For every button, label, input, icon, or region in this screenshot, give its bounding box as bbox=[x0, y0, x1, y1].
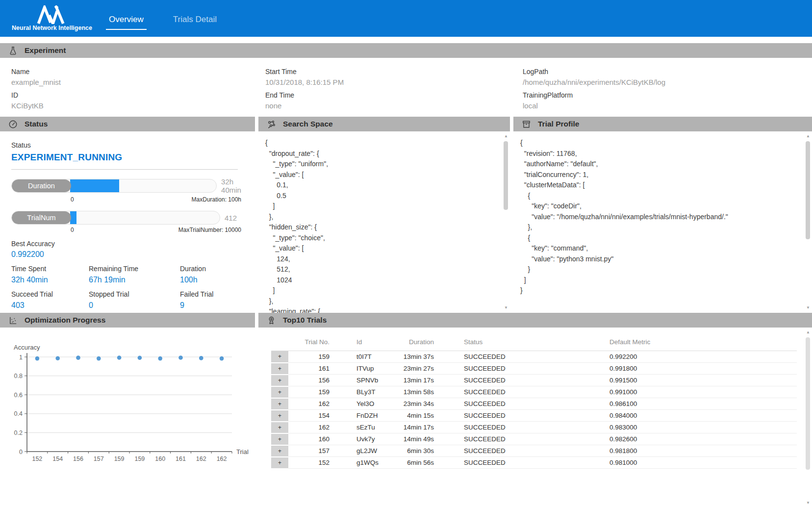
stat-label: Remaining Time bbox=[89, 265, 180, 273]
table-row: +157gL2JW6min 30sSUCCEEDED0.981800 bbox=[271, 445, 797, 457]
progressbar-value: 412 bbox=[225, 214, 237, 222]
duration-progressbar: Duration32h 40min bbox=[11, 177, 255, 194]
scatter-point[interactable] bbox=[220, 356, 224, 361]
status-panel: Status Status EXPERIMENT_RUNNING Duratio… bbox=[0, 117, 255, 313]
scroll-thumb[interactable] bbox=[504, 141, 508, 210]
cell-trial-no: 156 bbox=[288, 375, 337, 386]
scroll-up-arrow[interactable]: ▲ bbox=[805, 133, 812, 139]
cell-id: Yel3O bbox=[337, 398, 394, 410]
field-label: Name bbox=[11, 68, 265, 76]
table-row: +160Uvk7y14min 49sSUCCEEDED0.982600 bbox=[271, 433, 797, 445]
stat-time-spent: Time Spent32h 40min bbox=[11, 265, 89, 284]
progressbar-fill bbox=[70, 179, 119, 192]
cell-duration: 23min 27s bbox=[394, 363, 457, 375]
scatter-point[interactable] bbox=[138, 355, 142, 360]
scatter-point[interactable] bbox=[178, 355, 183, 360]
cell-trial-no: 161 bbox=[288, 363, 337, 375]
logo-title: Neural Network Intelligence bbox=[12, 25, 92, 31]
stat-label: Stopped Trial bbox=[89, 290, 180, 298]
expand-row-button[interactable]: + bbox=[271, 445, 288, 457]
field-label: Start Time bbox=[265, 68, 523, 76]
cell-trial-no: 154 bbox=[288, 410, 337, 422]
gauge-icon bbox=[8, 119, 18, 129]
cell-status: SUCCEEDED bbox=[457, 410, 560, 422]
x-tick-label: 160 bbox=[155, 455, 165, 462]
x-tick-label: 156 bbox=[73, 455, 83, 462]
expand-row-button[interactable]: + bbox=[271, 363, 288, 375]
scatter-point[interactable] bbox=[199, 356, 203, 360]
trial-profile-scrollbar: ▲ ▼ bbox=[805, 133, 812, 311]
scatter-point[interactable] bbox=[35, 356, 40, 361]
tab-trials-detail[interactable]: Trials Detail bbox=[170, 7, 220, 30]
range-min-label: 0 bbox=[71, 227, 74, 233]
scatter-chart-icon bbox=[8, 315, 18, 325]
stat-label: Time Spent bbox=[11, 265, 89, 273]
x-axis-title: Trial bbox=[236, 448, 249, 455]
cell-trial-no: 152 bbox=[288, 457, 337, 469]
column-header: Id bbox=[337, 336, 394, 351]
expand-row-button[interactable]: + bbox=[271, 422, 288, 433]
status-label: Status bbox=[11, 131, 255, 149]
scroll-thumb[interactable] bbox=[806, 337, 810, 470]
search-space-panel: Search Space { "dropout_rate": { "_type"… bbox=[258, 117, 510, 313]
scatter-point[interactable] bbox=[158, 356, 162, 361]
cell-status: SUCCEEDED bbox=[457, 386, 560, 398]
cell-duration: 13min 37s bbox=[394, 351, 457, 363]
cell-id: t0I7T bbox=[337, 351, 394, 363]
y-tick-label: 0.2 bbox=[14, 429, 23, 436]
expand-row-button[interactable]: + bbox=[271, 457, 288, 469]
stat-stopped-trial: Stopped Trial0 bbox=[89, 290, 180, 310]
experiment-section-header: Experiment bbox=[0, 43, 812, 58]
section-title: Optimization Progress bbox=[25, 316, 105, 325]
column-header: Status bbox=[457, 336, 560, 351]
experiment-info: Nameexample_mnistIDKCiBytKBStart Time10/… bbox=[0, 58, 812, 117]
scroll-down-arrow[interactable]: ▼ bbox=[805, 500, 812, 505]
experiment-column: Start Time10/31/2018, 8:16:15 PMEnd Time… bbox=[265, 63, 523, 110]
archive-box-icon bbox=[522, 119, 532, 129]
cell-trial-no: 162 bbox=[288, 422, 337, 433]
field-value: local bbox=[523, 101, 812, 110]
y-tick-label: 0.8 bbox=[14, 373, 23, 379]
expand-row-button[interactable]: + bbox=[271, 410, 288, 422]
scatter-point[interactable] bbox=[97, 356, 101, 361]
cell-id: sEzTu bbox=[337, 422, 394, 433]
nni-logo: Neural Network Intelligence bbox=[13, 5, 91, 31]
progressbar-label: Duration bbox=[12, 179, 71, 192]
x-tick-label: 154 bbox=[52, 455, 63, 462]
tab-overview[interactable]: Overview bbox=[106, 7, 147, 30]
y-tick-label: 0 bbox=[19, 449, 23, 455]
scroll-up-arrow[interactable]: ▲ bbox=[805, 329, 812, 335]
expand-row-button[interactable]: + bbox=[271, 398, 288, 410]
cell-status: SUCCEEDED bbox=[457, 398, 560, 410]
scroll-down-arrow[interactable]: ▼ bbox=[805, 305, 812, 311]
x-tick-label: 159 bbox=[134, 455, 145, 462]
expand-row-button[interactable]: + bbox=[271, 375, 288, 386]
best-accuracy-value: 0.992200 bbox=[11, 250, 255, 259]
cell-trial-no: 157 bbox=[288, 445, 337, 457]
cell-id: Uvk7y bbox=[337, 433, 394, 445]
cell-trial-no: 159 bbox=[288, 351, 337, 363]
experiment-status-value: EXPERIMENT_RUNNING bbox=[11, 152, 255, 163]
column-header: Trial No. bbox=[288, 336, 337, 351]
cell-id: BLy3T bbox=[337, 386, 394, 398]
expand-row-button[interactable]: + bbox=[271, 351, 288, 363]
optimization-section-header: Optimization Progress bbox=[0, 313, 255, 328]
section-title: Status bbox=[25, 120, 48, 128]
scroll-thumb[interactable] bbox=[806, 141, 810, 239]
cell-status: SUCCEEDED bbox=[457, 351, 560, 363]
scatter-point[interactable] bbox=[117, 355, 122, 360]
scatter-point[interactable] bbox=[76, 355, 80, 360]
field-label: ID bbox=[11, 91, 265, 99]
expand-row-button[interactable]: + bbox=[271, 386, 288, 398]
field-value: KCiBytKB bbox=[11, 101, 265, 110]
y-tick-label: 0.4 bbox=[14, 410, 23, 417]
top10-trials-panel: Top10 Trials Trial No.IdDurationStatusDe… bbox=[258, 313, 812, 505]
scroll-down-arrow[interactable]: ▼ bbox=[503, 305, 509, 311]
cell-status: SUCCEEDED bbox=[457, 433, 560, 445]
cell-duration: 14min 49s bbox=[394, 433, 457, 445]
experiment-column: LogPath/home/quzha/nni/experiments/KCiBy… bbox=[523, 63, 812, 110]
scatter-point[interactable] bbox=[55, 356, 60, 360]
scroll-up-arrow[interactable]: ▲ bbox=[503, 133, 509, 139]
hyperparameter-graph-icon bbox=[267, 119, 277, 129]
expand-row-button[interactable]: + bbox=[271, 433, 288, 445]
